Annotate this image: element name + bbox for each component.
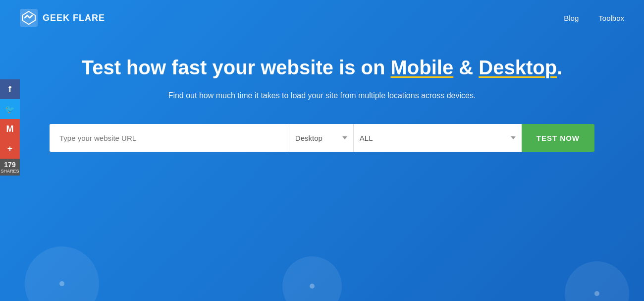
- shares-label: SHARES: [0, 169, 19, 174]
- headline: Test how fast your website is on Mobile …: [40, 56, 604, 79]
- shares-number: 179: [4, 161, 15, 169]
- plus-icon: +: [7, 144, 13, 154]
- facebook-share-button[interactable]: f: [0, 79, 20, 99]
- main-content: Test how fast your website is on Mobile …: [0, 36, 644, 152]
- nav-blog[interactable]: Blog: [564, 14, 579, 22]
- social-sidebar: f 🐦 M + 179 SHARES: [0, 79, 20, 176]
- headline-start: Test how fast your website is on: [82, 57, 391, 78]
- logo-area: GEEK FLARE: [20, 9, 105, 27]
- headline-mobile: Mobile: [391, 57, 454, 78]
- nav-links: Blog Toolbox: [564, 14, 624, 22]
- twitter-share-button[interactable]: 🐦: [0, 99, 20, 119]
- shares-count-area: 179 SHARES: [0, 159, 20, 176]
- logo-icon: [20, 9, 38, 27]
- brand-name: GEEK FLARE: [43, 13, 105, 23]
- test-form: Desktop Mobile ALL US East US West Europ…: [50, 124, 594, 152]
- plus-share-button[interactable]: +: [0, 139, 20, 159]
- gmail-share-button[interactable]: M: [0, 119, 20, 139]
- headline-end: .: [557, 57, 562, 78]
- location-select[interactable]: ALL US East US West Europe Asia: [353, 124, 522, 152]
- headline-and: &: [453, 57, 479, 78]
- headline-desktop: Desktop: [479, 57, 557, 78]
- subheadline: Find out how much time it takes to load …: [40, 91, 604, 100]
- test-now-button[interactable]: TEST NOW: [522, 124, 594, 152]
- device-select[interactable]: Desktop Mobile: [289, 124, 353, 152]
- navbar: GEEK FLARE Blog Toolbox: [0, 0, 644, 36]
- nav-toolbox[interactable]: Toolbox: [598, 14, 624, 22]
- facebook-icon: f: [8, 84, 11, 95]
- gmail-icon: M: [6, 124, 14, 134]
- url-input[interactable]: [50, 124, 289, 152]
- twitter-icon: 🐦: [5, 105, 15, 114]
